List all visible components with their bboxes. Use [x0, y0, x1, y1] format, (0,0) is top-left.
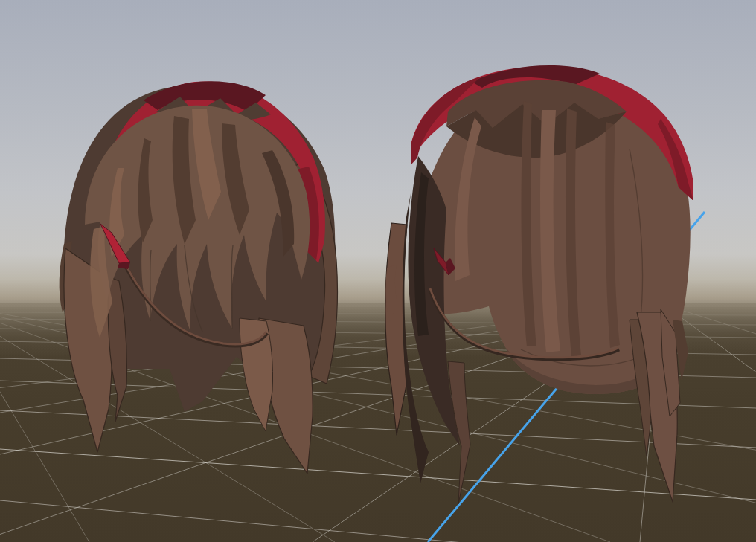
- viewport-3d: 3D editor viewport showing two low-poly …: [0, 0, 756, 542]
- scene-svg: [0, 0, 756, 542]
